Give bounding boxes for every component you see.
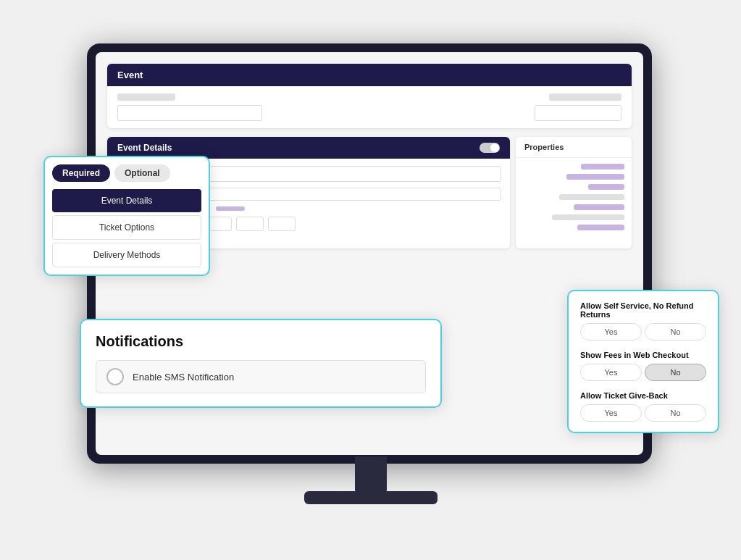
option-label-refund: Allow Self Service, No Refund Returns <box>580 301 706 319</box>
sms-radio[interactable] <box>106 368 124 385</box>
option-group-fees: Show Fees in Web Checkout Yes No <box>580 351 706 381</box>
prop-skel-2 <box>566 174 624 180</box>
prop-row-3 <box>523 184 624 190</box>
event-input-2[interactable] <box>535 105 621 121</box>
prop-row-2 <box>523 174 624 180</box>
prop-row-4 <box>523 194 624 200</box>
properties-body <box>516 158 632 236</box>
prop-skel-6 <box>552 214 624 220</box>
properties-title: Properties <box>524 143 564 151</box>
option-buttons-refund: Yes No <box>580 323 706 340</box>
monitor-stand-base <box>304 491 438 504</box>
ed-input-2[interactable] <box>178 188 501 201</box>
prop-skel-3 <box>588 184 624 190</box>
prop-skel-5 <box>574 204 624 210</box>
tab-optional[interactable]: Optional <box>114 164 170 182</box>
fees-yes-button[interactable]: Yes <box>580 364 642 381</box>
event-panel-header: Event <box>107 64 632 86</box>
properties-header: Properties <box>516 137 632 158</box>
skeleton-2 <box>549 93 621 101</box>
event-panel-body <box>107 86 632 128</box>
event-details-toggle[interactable] <box>480 143 500 153</box>
event-panel-title: Event <box>117 70 143 80</box>
ed-skel-4 <box>216 206 245 211</box>
nav-menu: Event Details Ticket Options Delivery Me… <box>45 182 209 275</box>
event-details-title: Event Details <box>117 143 172 153</box>
refund-no-button[interactable]: No <box>645 323 706 340</box>
nav-panel: Required Optional Event Details Ticket O… <box>43 156 210 276</box>
properties-panel: Properties <box>516 137 632 248</box>
option-buttons-fees: Yes No <box>580 364 706 381</box>
option-group-giveback: Allow Ticket Give-Back Yes No <box>580 391 706 422</box>
prop-skel-7 <box>577 225 624 230</box>
nav-menu-item-event-details[interactable]: Event Details <box>52 189 201 212</box>
prop-skel-4 <box>559 194 624 200</box>
nav-tabs: Required Optional <box>45 157 209 182</box>
prop-row-1 <box>523 164 624 170</box>
ed-input-1[interactable] <box>207 166 501 182</box>
options-panel: Allow Self Service, No Refund Returns Ye… <box>567 290 719 433</box>
sms-label: Enable SMS Notification <box>133 372 234 383</box>
notifications-title: Notifications <box>96 333 426 350</box>
option-label-giveback: Allow Ticket Give-Back <box>580 391 706 400</box>
sms-row: Enable SMS Notification <box>96 360 426 393</box>
ed-input-6[interactable] <box>236 217 264 231</box>
prop-row-6 <box>523 214 624 220</box>
skeleton-1 <box>117 93 175 101</box>
tab-required[interactable]: Required <box>52 164 110 182</box>
option-group-refund: Allow Self Service, No Refund Returns Ye… <box>580 301 706 340</box>
giveback-no-button[interactable]: No <box>645 404 706 422</box>
prop-skel-1 <box>581 164 624 170</box>
option-label-fees: Show Fees in Web Checkout <box>580 351 706 359</box>
event-input-1[interactable] <box>117 105 262 121</box>
event-panel: Event <box>107 64 632 128</box>
nav-menu-item-ticket-options[interactable]: Ticket Options <box>52 215 201 240</box>
ed-input-7[interactable] <box>268 217 296 231</box>
monitor-stand-neck <box>355 456 387 493</box>
prop-row-5 <box>523 204 624 210</box>
giveback-yes-button[interactable]: Yes <box>580 404 642 422</box>
event-panel-row-2 <box>117 105 621 121</box>
nav-menu-item-delivery-methods[interactable]: Delivery Methods <box>52 243 201 267</box>
event-panel-row-1 <box>117 93 621 101</box>
notifications-panel: Notifications Enable SMS Notification <box>80 319 442 408</box>
prop-row-7 <box>523 225 624 230</box>
fees-no-button[interactable]: No <box>645 364 706 381</box>
option-buttons-giveback: Yes No <box>580 404 706 422</box>
refund-yes-button[interactable]: Yes <box>580 323 642 340</box>
